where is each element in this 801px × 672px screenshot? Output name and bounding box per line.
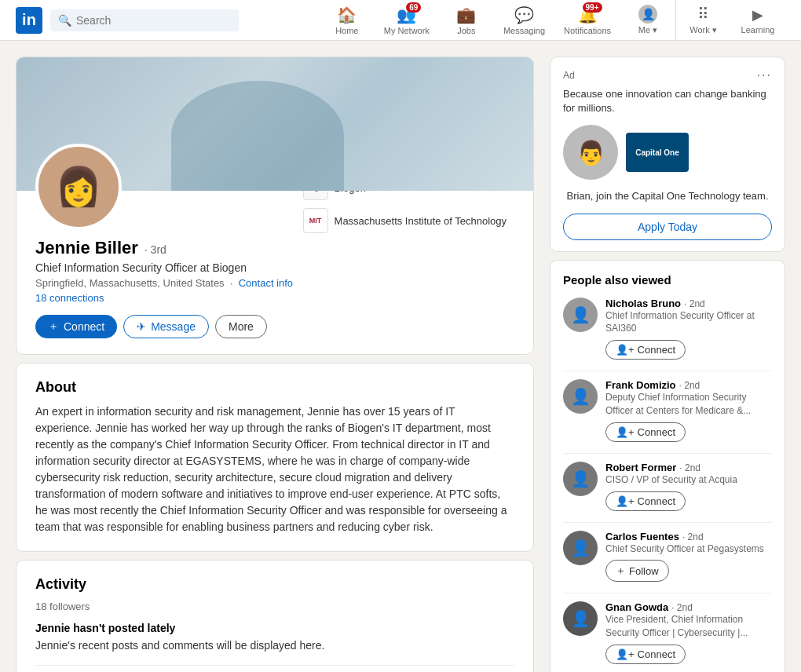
pav-name-carlos[interactable]: Carlos Fuentes (605, 531, 679, 542)
nav-item-notifications[interactable]: 🔔 99+ Notifications (554, 0, 620, 41)
pav-info-frank: Frank Domizio · 2nd Deputy Chief Informa… (605, 379, 772, 442)
main-layout: 👩 Biogen Biogen MIT Massachusetts Instit… (0, 57, 801, 672)
messaging-icon: 💬 (514, 5, 534, 24)
connect-frank-label: Connect (638, 426, 675, 438)
pav-degree-carlos: · 2nd (682, 531, 704, 542)
pav-avatar-nicholas: 👤 (563, 298, 598, 332)
search-input[interactable] (76, 14, 231, 27)
search-bar[interactable]: 🔍 (50, 9, 239, 31)
linkedin-logo[interactable]: in (16, 7, 42, 34)
connect-label: Connect (64, 320, 104, 333)
nav-label-messaging: Messaging (503, 26, 545, 35)
profile-name: Jennie Biller (35, 238, 138, 258)
pav-degree-robert: · 2nd (679, 462, 700, 473)
connect-gnan-button[interactable]: 👤+ Connect (605, 645, 686, 664)
profile-avatar-wrap: 👩 (35, 144, 122, 230)
message-icon: ✈ (137, 320, 146, 333)
apply-today-button[interactable]: Apply Today (563, 214, 772, 240)
nav-item-work[interactable]: ⠿ Work ▾ (675, 0, 730, 41)
profile-degree: · 3rd (144, 243, 166, 256)
activity-title: Activity (35, 576, 514, 593)
contact-info-link[interactable]: Contact info (239, 277, 293, 289)
nav-item-me[interactable]: 👤 Me ▾ (620, 0, 675, 41)
nav-label-work: Work ▾ (689, 25, 717, 35)
left-column: 👩 Biogen Biogen MIT Massachusetts Instit… (16, 57, 534, 672)
pav-title: People also viewed (563, 273, 772, 287)
about-text: An expert in information security and ri… (35, 404, 514, 535)
pav-name-frank[interactable]: Frank Domizio (605, 379, 676, 391)
pav-item-frank-domizio: 👤 Frank Domizio · 2nd Deputy Chief Infor… (563, 379, 772, 442)
work-icon: ⠿ (697, 5, 709, 24)
connect-nicholas-button[interactable]: 👤+ Connect (605, 340, 686, 360)
mit-name: Massachusetts Institute of Technology (335, 215, 507, 227)
pav-item-carlos-fuentes: 👤 Carlos Fuentes · 2nd Chief Security Of… (563, 531, 772, 583)
notifications-badge: 99+ (583, 2, 602, 13)
company-mit: MIT Massachusetts Institute of Technolog… (303, 208, 507, 233)
connect-button[interactable]: ＋ Connect (35, 315, 117, 338)
my-network-icon: 👥 69 (397, 5, 416, 24)
show-all-activity-link[interactable]: Show all activity → (35, 665, 514, 672)
pav-avatar-carlos: 👤 (563, 531, 598, 565)
ad-card: Ad ··· Because one innovation can change… (550, 57, 785, 252)
connect-gnan-label: Connect (638, 648, 675, 660)
activity-card: Activity 18 followers Jennie hasn't post… (16, 560, 534, 672)
ad-person-avatar: 👨 (563, 125, 618, 180)
profile-card: 👩 Biogen Biogen MIT Massachusetts Instit… (16, 57, 534, 355)
pav-item-robert-former: 👤 Robert Former · 2nd CISO / VP of Secur… (563, 462, 772, 511)
follow-carlos-button[interactable]: ＋ Follow (605, 560, 669, 582)
nav-item-my-network[interactable]: 👥 69 My Network (375, 0, 439, 41)
pav-degree-frank: · 2nd (679, 380, 700, 391)
nav-item-learning[interactable]: ▶ Learning (730, 0, 785, 41)
pav-role-gnan: Vice President, Chief Information Securi… (605, 613, 772, 640)
about-title: About (35, 379, 514, 396)
pav-name-nicholas[interactable]: Nicholas Bruno (605, 298, 681, 309)
jobs-icon: 💼 (456, 5, 476, 24)
pav-role-robert: CISO / VP of Security at Acquia (605, 473, 772, 487)
learning-icon: ▶ (752, 6, 763, 24)
connect-robert-label: Connect (638, 495, 675, 507)
nav-label-my-network: My Network (384, 26, 430, 35)
profile-title: Chief Information Security Officer at Bi… (35, 261, 514, 274)
activity-no-posts-label: Jennie hasn't posted lately (35, 622, 514, 634)
nav-label-home: Home (335, 26, 358, 35)
pav-role-frank: Deputy Chief Information Security Office… (605, 391, 772, 418)
profile-location: Springfield, Massachusetts, United State… (35, 277, 514, 289)
connect-icon-frank: 👤+ (616, 426, 635, 438)
pav-name-gnan[interactable]: Gnan Gowda (605, 601, 668, 613)
notifications-icon: 🔔 99+ (578, 5, 598, 24)
activity-followers: 18 followers (35, 601, 514, 612)
pav-info-robert: Robert Former · 2nd CISO / VP of Securit… (605, 462, 772, 511)
pav-info-carlos: Carlos Fuentes · 2nd Chief Security Offi… (605, 531, 772, 583)
ad-header: Ad ··· (563, 68, 772, 82)
search-icon: 🔍 (58, 14, 71, 27)
more-button[interactable]: More (215, 315, 267, 338)
connect-icon-robert: 👤+ (616, 495, 635, 507)
profile-banner: 👩 (16, 57, 533, 191)
activity-no-posts-sub: Jennie's recent posts and comments will … (35, 637, 514, 654)
nav-item-messaging[interactable]: 💬 Messaging (494, 0, 554, 41)
mit-logo: MIT (303, 208, 328, 233)
pav-info-gnan: Gnan Gowda · 2nd Vice President, Chief I… (605, 601, 772, 664)
pav-item-gnan-gowda: 👤 Gnan Gowda · 2nd Vice President, Chief… (563, 601, 772, 664)
network-badge: 69 (406, 2, 421, 13)
connect-robert-button[interactable]: 👤+ Connect (605, 491, 686, 511)
pav-info-nicholas: Nicholas Bruno · 2nd Chief Information S… (605, 298, 772, 360)
navbar: in 🔍 🏠 Home 👥 69 My Network 💼 Jobs 💬 Mes… (0, 0, 801, 41)
message-button[interactable]: ✈ Message (123, 315, 209, 338)
pav-role-nicholas: Chief Information Security Officer at SA… (605, 309, 772, 336)
nav-item-home[interactable]: 🏠 Home (320, 0, 375, 41)
pav-degree-gnan: · 2nd (671, 602, 693, 613)
nav-item-jobs[interactable]: 💼 Jobs (439, 0, 494, 41)
connect-frank-button[interactable]: 👤+ Connect (605, 422, 686, 442)
pav-role-carlos: Chief Security Officer at Pegasystems (605, 542, 772, 556)
follow-carlos-label: Follow (629, 565, 659, 577)
capital-one-logo: Capital One (626, 133, 689, 172)
ad-label: Ad (563, 70, 575, 81)
about-card: About An expert in information security … (16, 363, 534, 552)
profile-connections[interactable]: 18 connections (35, 292, 514, 304)
home-icon: 🏠 (337, 5, 357, 24)
nav-bar: 🏠 Home 👥 69 My Network 💼 Jobs 💬 Messagin… (320, 0, 785, 41)
ad-options-button[interactable]: ··· (757, 68, 772, 82)
pav-name-robert[interactable]: Robert Former (605, 462, 676, 473)
right-column: Ad ··· Because one innovation can change… (550, 57, 785, 672)
